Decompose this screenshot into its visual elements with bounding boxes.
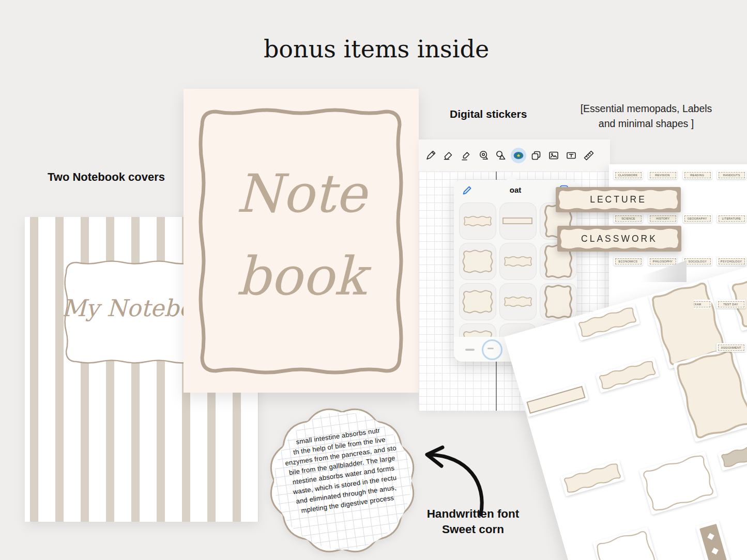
- caption-line-1: Handwritten font: [398, 506, 548, 522]
- label-text: CLASSWORK: [557, 226, 681, 252]
- memo-sticker-memo-v: [673, 347, 747, 442]
- subject-label: ASSIGNMENT: [716, 343, 745, 352]
- subject-label: READING: [683, 170, 712, 179]
- subject-label: CLASSWORK: [614, 170, 643, 179]
- subject-label: LITERATURE: [717, 214, 746, 223]
- ruler-tool-icon[interactable]: [581, 148, 597, 163]
- sticker-cell-memo-h[interactable]: [459, 243, 496, 280]
- sticker-cell-memo-v[interactable]: [540, 283, 577, 320]
- subject-label: SOCIOLOGY: [683, 257, 712, 266]
- bracket-line-2: and minimal shapes ]: [558, 116, 734, 131]
- subject-label: HANDOUTS: [717, 170, 746, 179]
- subject-label: GEOGRAPHY: [683, 214, 712, 223]
- classwork-label-sticker: CLASSWORK: [557, 226, 681, 252]
- bracket-subtitle: [Essential memopads, Labels and minimal …: [558, 101, 734, 131]
- promo-poster: bonus items inside Two Notebook covers M…: [0, 0, 747, 560]
- shapes-tool-icon[interactable]: [493, 148, 509, 163]
- memo-sticker-memo-h: [639, 452, 718, 515]
- sticker-tool-icon[interactable]: [511, 148, 526, 163]
- subject-label: REVISION: [648, 170, 677, 179]
- eraser-tool-icon[interactable]: [440, 148, 456, 163]
- handwriting-sticker: small intestine absorbs nutrth the help …: [274, 412, 411, 550]
- memo-sticker-strip-wavy: [718, 437, 747, 471]
- tape-tool-icon[interactable]: [476, 148, 491, 163]
- sticker-cell-strip-wavy[interactable]: [499, 283, 537, 320]
- sticker-cell-strip-wavy[interactable]: [459, 203, 496, 240]
- memo-sticker-memo-h: [728, 263, 747, 331]
- image-tool-icon[interactable]: [546, 148, 561, 163]
- subject-label: TEST DAY: [716, 300, 745, 308]
- digital-stickers-label: Digital stickers: [450, 108, 527, 120]
- subject-label: ECONOMICS: [614, 257, 643, 266]
- elements-tool-icon[interactable]: [528, 148, 544, 163]
- label-text: LECTURE: [556, 187, 681, 212]
- notebook-covers-label: Two Notebook covers: [48, 170, 165, 184]
- memo-sticker-memo-v: [592, 527, 668, 560]
- cover-title-line: Note: [184, 167, 419, 220]
- bracket-line-1: [Essential memopads, Labels: [558, 101, 734, 116]
- app-toolbar: [419, 139, 610, 172]
- memo-sticker-strip-wavy: [596, 357, 660, 393]
- sticker-cell-strip-plain[interactable]: [499, 203, 537, 240]
- lecture-label-sticker: LECTURE: [556, 187, 681, 212]
- subject-label: SCIENCE: [614, 214, 643, 223]
- sticker-cell-strip-wavy[interactable]: [499, 243, 537, 280]
- subject-label: HISTORY: [648, 214, 677, 223]
- text-tool-icon[interactable]: [563, 148, 579, 163]
- memo-sticker-strip-plain: [523, 383, 589, 417]
- cream-notebook-cover: Note book: [184, 89, 419, 393]
- subject-label: PSYCHOLOGY: [717, 257, 746, 266]
- memo-sticker-strip-wavy: [560, 460, 624, 496]
- highlighter-tool-icon[interactable]: [458, 148, 474, 163]
- page-title: bonus items inside: [242, 35, 511, 63]
- wavy-frame: [197, 106, 405, 376]
- pen-tool-icon[interactable]: [423, 148, 438, 163]
- sticker-cell-memo-h[interactable]: [459, 283, 496, 320]
- handwritten-font-caption: Handwritten font Sweet corn: [398, 506, 548, 537]
- subject-label: PHILOSOPHY: [648, 257, 677, 266]
- caption-line-2: Sweet corn: [398, 522, 548, 537]
- minimize-dash[interactable]: [465, 349, 475, 351]
- cover-title-line: book: [184, 250, 419, 303]
- resize-circle[interactable]: [482, 339, 502, 360]
- memo-sticker-diamond-strip: [696, 520, 739, 560]
